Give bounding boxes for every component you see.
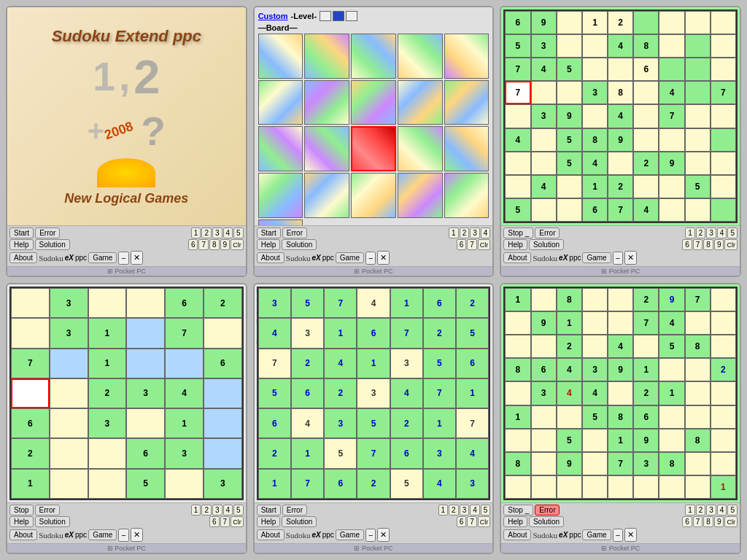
- c5-4-1[interactable]: 4: [291, 408, 324, 438]
- stop-button-4[interactable]: Stop: [9, 505, 34, 516]
- c4-3-4[interactable]: 4: [165, 378, 204, 408]
- c6-6-5[interactable]: 9: [633, 429, 659, 452]
- mini-grid-17[interactable]: [304, 173, 349, 218]
- close-button-4[interactable]: ✕: [131, 528, 143, 542]
- c6-3-4[interactable]: 9: [608, 358, 633, 381]
- mini-grid-8[interactable]: [351, 80, 396, 125]
- c5-2-4[interactable]: 3: [390, 349, 423, 378]
- cell-3-2-3[interactable]: [582, 58, 608, 81]
- mini-grid-13-selected[interactable]: [351, 126, 396, 171]
- num-2-6[interactable]: 2: [696, 505, 706, 516]
- c5-5-2[interactable]: 5: [324, 438, 357, 468]
- num-8-6[interactable]: 8: [703, 516, 713, 527]
- cell-3-2-1[interactable]: 4: [531, 58, 557, 81]
- cell-3-7-6[interactable]: [659, 175, 684, 198]
- c6-4-3[interactable]: 4: [582, 381, 608, 405]
- solution-button-4[interactable]: Solution: [35, 516, 70, 527]
- num-1-1[interactable]: 1: [191, 228, 201, 238]
- mini-grid-10[interactable]: [444, 80, 489, 125]
- cell-3-1-8[interactable]: [711, 34, 736, 58]
- c4-6-5[interactable]: 3: [204, 469, 242, 499]
- cell-3-6-6[interactable]: 9: [659, 152, 684, 175]
- about-button-2[interactable]: About: [257, 252, 285, 263]
- c4-2-2[interactable]: 1: [88, 349, 127, 378]
- num-9-6[interactable]: 9: [714, 516, 724, 527]
- c6-2-2[interactable]: 2: [557, 335, 582, 358]
- c5-0-6[interactable]: 2: [456, 288, 489, 318]
- cell-3-8-3[interactable]: 6: [582, 198, 608, 222]
- cell-3-7-8[interactable]: [711, 175, 736, 198]
- c6-4-8[interactable]: [711, 381, 736, 405]
- c5-5-6[interactable]: 4: [456, 438, 489, 468]
- cell-3-5-5[interactable]: [633, 128, 659, 152]
- c6-5-2[interactable]: [557, 405, 582, 429]
- c6-4-7[interactable]: [685, 381, 711, 405]
- c5-1-2[interactable]: 1: [324, 318, 357, 348]
- clr-button-1[interactable]: Clr: [231, 239, 244, 250]
- c4-3-1[interactable]: [50, 378, 88, 408]
- num-5-4[interactable]: 5: [233, 505, 244, 516]
- help-button-5[interactable]: Help: [257, 516, 281, 527]
- clr-button-4[interactable]: Clr: [231, 516, 244, 527]
- c6-5-4[interactable]: 8: [608, 405, 633, 429]
- num-5-3[interactable]: 5: [727, 228, 738, 238]
- num-9-1[interactable]: 9: [220, 239, 231, 250]
- c6-3-5[interactable]: 1: [633, 358, 659, 381]
- c5-1-6[interactable]: 5: [456, 318, 489, 348]
- c6-7-1[interactable]: [531, 452, 557, 475]
- c6-8-2[interactable]: [557, 475, 582, 499]
- c6-7-3[interactable]: [582, 452, 608, 475]
- c5-1-3[interactable]: 6: [357, 318, 390, 348]
- cell-3-0-7[interactable]: [685, 11, 711, 34]
- c6-7-2[interactable]: 9: [557, 452, 582, 475]
- cell-3-7-0[interactable]: [505, 175, 530, 198]
- cell-3-7-4[interactable]: 2: [608, 175, 633, 198]
- c6-2-4[interactable]: 4: [608, 335, 633, 358]
- cell-3-0-5[interactable]: [633, 11, 659, 34]
- mini-grid-7[interactable]: [304, 80, 349, 125]
- c6-0-2[interactable]: 8: [557, 288, 582, 311]
- c4-0-4[interactable]: 6: [165, 288, 204, 318]
- cell-3-7-7[interactable]: 5: [685, 175, 711, 198]
- c6-4-5[interactable]: 2: [633, 381, 659, 405]
- c6-6-6[interactable]: [659, 429, 684, 452]
- c6-3-6[interactable]: [659, 358, 684, 381]
- cell-3-8-4[interactable]: 7: [608, 198, 633, 222]
- error-button-4[interactable]: Error: [35, 505, 60, 516]
- num-2-4[interactable]: 2: [201, 505, 212, 516]
- cell-3-5-8[interactable]: [711, 128, 736, 152]
- c5-1-5[interactable]: 2: [423, 318, 456, 348]
- c4-6-1[interactable]: [50, 469, 88, 499]
- about-button-3[interactable]: About: [503, 252, 531, 263]
- c6-8-5[interactable]: [633, 475, 659, 499]
- c5-6-0[interactable]: 1: [258, 469, 291, 499]
- c6-2-1[interactable]: [531, 335, 557, 358]
- c5-5-0[interactable]: 2: [258, 438, 291, 468]
- num-4-4[interactable]: 4: [223, 505, 233, 516]
- minus-button-2[interactable]: −: [365, 252, 376, 265]
- game-button-1[interactable]: Game: [88, 252, 117, 263]
- cell-3-8-7[interactable]: [685, 198, 711, 222]
- c4-6-3[interactable]: 5: [126, 469, 165, 499]
- cell-3-2-2[interactable]: 5: [557, 58, 582, 81]
- cell-3-3-3[interactable]: 3: [582, 81, 608, 104]
- num-1-5[interactable]: 1: [438, 505, 449, 516]
- c6-3-0[interactable]: 8: [505, 358, 530, 381]
- c6-0-6[interactable]: 9: [659, 288, 684, 311]
- c6-1-6[interactable]: 4: [659, 311, 684, 335]
- c6-0-0[interactable]: 1: [505, 288, 530, 311]
- c4-5-5[interactable]: [204, 438, 242, 468]
- cell-3-2-8[interactable]: [711, 58, 736, 81]
- c6-5-3[interactable]: 5: [582, 405, 608, 429]
- c6-8-6[interactable]: [659, 475, 684, 499]
- c6-6-3[interactable]: [582, 429, 608, 452]
- c4-2-5[interactable]: 6: [204, 349, 242, 378]
- c6-1-0[interactable]: [505, 311, 530, 335]
- c6-2-3[interactable]: [582, 335, 608, 358]
- c6-6-8[interactable]: [711, 429, 736, 452]
- num-3-5[interactable]: 3: [460, 505, 470, 516]
- cell-3-1-0[interactable]: 5: [505, 34, 530, 58]
- c6-1-8[interactable]: [711, 311, 736, 335]
- c6-0-3[interactable]: [582, 288, 608, 311]
- mini-grid-14[interactable]: [398, 126, 443, 171]
